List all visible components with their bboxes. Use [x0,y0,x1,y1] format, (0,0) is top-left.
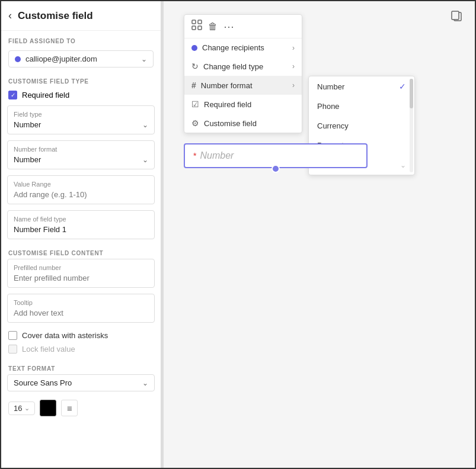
submenu-currency-label: Currency [317,121,349,130]
customise-field-menu-label: Customise field [204,119,257,128]
required-field-label: Required field [22,91,69,99]
panel-header: ‹ Customise field [1,1,161,31]
drag-handle[interactable] [271,165,280,173]
number-format-menu-label: Number format [201,81,253,90]
change-field-arrows-icon: ↻ [191,62,199,71]
submenu-currency-item[interactable]: Currency [309,116,414,136]
required-field-item[interactable]: ☑ Required field [184,95,302,114]
svg-rect-4 [192,26,196,30]
checkbox-icon: ☑ [191,99,199,109]
prefilled-label: Prefilled number [14,264,148,271]
number-format-value-row[interactable]: Number ⌄ [14,155,148,164]
sliders-icon: ⚙ [191,118,199,128]
change-field-type-chevron: › [292,62,295,70]
field-type-value: Number [14,120,41,129]
font-tools-row: 16 ⌄ ≡ [1,397,161,419]
required-field-row[interactable]: ✓ Required field [1,87,161,105]
required-field-left: ☑ Required field [191,99,251,109]
value-range-input[interactable] [14,190,148,199]
grid-icon[interactable] [191,20,202,33]
font-color-picker[interactable] [40,400,56,416]
lock-field-checkbox [8,345,17,354]
lock-field-row: Lock field value [1,342,161,356]
customise-field-item[interactable]: ⚙ Customise field [184,114,302,133]
number-format-left: # Number format [191,81,253,90]
field-assigned-section-label: FIELD ASSIGNED TO [1,31,161,47]
change-field-type-item[interactable]: ↻ Change field type › [184,57,302,76]
change-recipients-label: Change recipients [202,43,264,52]
font-select-chevron: ⌄ [142,379,148,387]
svg-rect-3 [198,20,202,24]
tooltip-input[interactable] [14,309,148,317]
change-recipients-item[interactable]: Change recipients › [184,38,302,57]
back-button[interactable]: ‹ [8,9,12,22]
change-field-type-label: Change field type [203,62,263,71]
field-type-group[interactable]: Field type Number ⌄ [7,105,155,134]
submenu-number-item[interactable]: Number ✓ [309,76,414,97]
text-format-section-label: TEXT FORMAT [1,359,161,374]
change-recipients-chevron: › [292,44,295,52]
number-format-item[interactable]: # Number format › [184,76,302,95]
more-options-icon[interactable]: ⋯ [223,20,235,33]
font-size-value: 16 [14,404,22,413]
submenu-phone-item[interactable]: Phone [309,97,414,116]
number-format-group[interactable]: Number format Number ⌄ [7,140,155,169]
submenu-scroll-chevron: ⌄ [400,161,406,169]
panel-title: Customise field [18,10,93,22]
submenu-scrollbar-thumb[interactable] [410,79,413,108]
number-format-chevron: ⌄ [142,156,148,164]
prefilled-input[interactable] [14,274,148,282]
field-type-label: Field type [14,111,148,118]
customise-type-section-label: CUSTOMISE FIELD TYPE [1,73,161,87]
number-field-canvas: * Number [184,143,368,168]
field-type-chevron: ⌄ [142,121,148,129]
required-checkbox[interactable]: ✓ [8,91,17,99]
number-field-placeholder: Number [200,150,234,161]
content-section-label: CUSTOMISE FIELD CONTENT [1,245,161,259]
change-field-type-left: ↻ Change field type [191,62,263,71]
font-size-chevron: ⌄ [24,404,30,412]
field-type-value-row[interactable]: Number ⌄ [14,120,148,129]
cover-data-row[interactable]: Cover data with asterisks [1,329,161,342]
number-format-label: Number format [14,146,148,153]
font-select-group[interactable]: Source Sans Pro ⌄ [7,374,155,391]
right-panel: 🗑 ⋯ Change recipients › ↻ Change field t… [164,1,475,468]
text-align-button[interactable]: ≡ [61,400,78,416]
required-star: * [193,151,196,160]
prefilled-group: Prefilled number [7,259,155,288]
name-field-value: Number Field 1 [14,225,148,234]
svg-rect-1 [452,11,459,20]
cover-data-checkbox[interactable] [8,331,17,340]
tooltip-label: Tooltip [14,299,148,306]
change-recipients-left: Change recipients [191,43,264,52]
font-size-box[interactable]: 16 ⌄ [8,401,35,415]
number-format-chevron: › [292,81,295,89]
copy-icon[interactable] [450,9,467,26]
value-range-group: Value Range [7,175,155,204]
field-assigned-dot [15,56,21,62]
lock-field-label: Lock field value [22,345,75,354]
font-name: Source Sans Pro [14,378,72,387]
svg-rect-5 [198,26,202,30]
recipients-dot-icon [191,45,197,51]
field-assigned-email: calliope@jupiter.dom [25,54,141,63]
required-field-menu-label: Required field [204,100,251,109]
submenu-number-label: Number [317,82,344,91]
submenu-scrollbar-track [410,79,413,172]
name-field-group: Name of field type Number Field 1 [7,210,155,239]
cover-data-label: Cover data with asterisks [22,331,108,340]
left-panel: ‹ Customise field FIELD ASSIGNED TO call… [1,1,161,468]
number-format-value: Number [14,155,41,164]
submenu-phone-label: Phone [317,102,340,111]
trash-icon[interactable]: 🗑 [208,21,218,32]
name-field-label: Name of field type [14,216,148,223]
hash-icon: # [191,81,196,90]
context-menu-card: 🗑 ⋯ Change recipients › ↻ Change field t… [184,14,302,133]
svg-rect-2 [192,20,196,24]
field-assigned-row[interactable]: calliope@jupiter.dom ⌄ [8,50,154,68]
value-range-label: Value Range [14,181,148,188]
customise-field-left: ⚙ Customise field [191,118,257,128]
context-card-header: 🗑 ⋯ [184,15,302,38]
submenu-number-check: ✓ [399,82,406,91]
field-assigned-chevron: ⌄ [141,55,147,63]
